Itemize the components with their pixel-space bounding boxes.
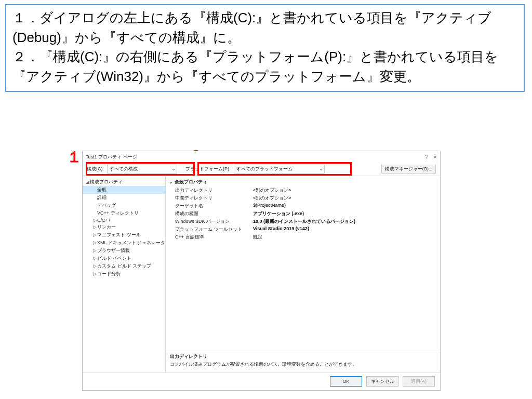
tree-item[interactable]: ◢構成プロパティ	[83, 178, 165, 186]
property-row[interactable]: 中間ディレクトリ<別のオプション>	[169, 194, 437, 202]
tree-item[interactable]: ▷リンカー	[83, 223, 165, 231]
dialog-title: Test1 プロパティ ページ	[86, 154, 137, 161]
property-pane: ⌄ 全般プロパティ 出力ディレクトリ<別のオプション>中間ディレクトリ<別のオプ…	[166, 176, 440, 373]
property-page-dialog: Test1 プロパティ ページ ? × 構成(C): すべての構成 プラットフォ…	[82, 151, 441, 391]
tree-item[interactable]: ▷ブラウザー情報	[83, 247, 165, 255]
help-body: コンパイル済みプログラムが配置される場所のパス。環境変数を含めることができます。	[170, 361, 436, 368]
tree-arrow-icon: ◢	[86, 179, 90, 184]
close-icon[interactable]: ×	[434, 154, 437, 160]
tree-item[interactable]: VC++ ディレクトリ	[83, 209, 165, 217]
property-key: 出力ディレクトリ	[175, 187, 253, 194]
property-help: 出力ディレクトリ コンパイル済みプログラムが配置される場所のパス。環境変数を含め…	[166, 351, 440, 373]
tree-pane: ◢構成プロパティ全般詳細デバッグVC++ ディレクトリ▷C/C++▷リンカー▷マ…	[83, 176, 166, 373]
property-key: 中間ディレクトリ	[175, 195, 253, 202]
tree-item-label: コード分析	[97, 271, 121, 276]
tree-item-label: 全般	[97, 187, 107, 192]
property-value: $(ProjectName)	[253, 203, 437, 209]
section-title: 全般プロパティ	[175, 179, 207, 184]
tree-item[interactable]: ▷ビルド イベント	[83, 255, 165, 262]
tree-arrow-icon: ▷	[93, 271, 97, 276]
property-key: プラットフォーム ツールセット	[175, 226, 253, 233]
tree-item-label: ブラウザー情報	[97, 248, 130, 253]
property-key: ターゲット名	[175, 203, 253, 209]
tree-item[interactable]: ▷XML ドキュメント ジェネレーター	[83, 239, 165, 247]
cancel-label: キャンセル	[371, 378, 394, 385]
property-row[interactable]: Windows SDK バージョン10.0 (最新のインストールされているバージ…	[169, 218, 437, 225]
dialog-body: ◢構成プロパティ全般詳細デバッグVC++ ディレクトリ▷C/C++▷リンカー▷マ…	[83, 176, 440, 373]
tree-item-label: XML ドキュメント ジェネレーター	[97, 240, 166, 245]
platform-combo[interactable]: すべてのプラットフォーム	[234, 165, 325, 174]
property-row[interactable]: プラットフォーム ツールセットVisual Studio 2019 (v142)	[169, 225, 437, 233]
property-row[interactable]: 構成の種類アプリケーション (.exe)	[169, 210, 437, 218]
cancel-button[interactable]: キャンセル	[366, 376, 398, 387]
property-key: 構成の種類	[175, 210, 253, 217]
apply-label: 適用(A)	[411, 378, 427, 385]
callout-1: １	[66, 147, 82, 168]
property-grid: ⌄ 全般プロパティ 出力ディレクトリ<別のオプション>中間ディレクトリ<別のオプ…	[166, 176, 440, 351]
dialog-titlebar: Test1 プロパティ ページ ? ×	[83, 151, 440, 163]
tree-item-label: VC++ ディレクトリ	[97, 210, 139, 216]
tree-item-label: リンカー	[97, 224, 116, 230]
ok-button[interactable]: OK	[330, 376, 362, 387]
apply-button[interactable]: 適用(A)	[403, 376, 435, 387]
help-title: 出力ディレクトリ	[170, 353, 436, 360]
tree-item[interactable]: 詳細	[83, 194, 165, 202]
platform-label: プラットフォーム(P):	[185, 166, 231, 172]
chevron-down-icon[interactable]: ⌄	[169, 179, 173, 184]
tree-item[interactable]: デバッグ	[83, 202, 165, 209]
tree-item-label: ビルド イベント	[97, 256, 131, 261]
configuration-row: 構成(C): すべての構成 プラットフォーム(P): すべてのプラットフォーム …	[83, 163, 440, 176]
property-value: <別のオプション>	[253, 195, 437, 202]
tree-arrow-icon: ▷	[93, 232, 97, 237]
tree-arrow-icon: ▷	[93, 218, 97, 223]
configuration-combo[interactable]: すべての構成	[107, 165, 177, 174]
tree-item-label: C/C++	[97, 218, 111, 223]
tree-item-label: 構成プロパティ	[90, 179, 123, 184]
instruction-line-2: ２．『構成(C):』の右側にある『プラットフォーム(P):』と書かれている項目を…	[12, 47, 517, 86]
dialog-footer: OK キャンセル 適用(A)	[83, 373, 440, 390]
property-value: 10.0 (最新のインストールされているバージョン)	[253, 218, 437, 225]
tree-item[interactable]: ▷コード分析	[83, 270, 165, 278]
tree-arrow-icon: ▷	[93, 240, 97, 245]
property-value: Visual Studio 2019 (v142)	[253, 226, 437, 233]
instruction-line-1: １．ダイアログの左上にある『構成(C):』と書かれている項目を『アクティブ(De…	[12, 8, 517, 47]
tree-arrow-icon: ▷	[93, 256, 97, 261]
instruction-panel: １．ダイアログの左上にある『構成(C):』と書かれている項目を『アクティブ(De…	[5, 4, 525, 92]
property-row[interactable]: ターゲット名$(ProjectName)	[169, 202, 437, 210]
ok-label: OK	[342, 379, 349, 384]
property-key: Windows SDK バージョン	[175, 218, 253, 225]
tree-item[interactable]: ▷C/C++	[83, 217, 165, 223]
tree-item[interactable]: 全般	[83, 186, 165, 194]
window-controls: ? ×	[425, 154, 437, 160]
help-icon[interactable]: ?	[425, 154, 428, 160]
tree-item[interactable]: ▷マニフェスト ツール	[83, 231, 165, 239]
config-manager-label: 構成マネージャー(O)...	[385, 166, 432, 172]
tree-arrow-icon: ▷	[93, 224, 97, 230]
property-value: 既定	[253, 234, 437, 241]
property-row[interactable]: C++ 言語標準既定	[169, 233, 437, 241]
tree-item-label: マニフェスト ツール	[97, 232, 141, 237]
tree-item-label: 詳細	[97, 195, 107, 200]
tree-item-label: デバッグ	[97, 203, 116, 208]
config-manager-button[interactable]: 構成マネージャー(O)...	[381, 165, 436, 174]
tree-item-label: カスタム ビルド ステップ	[97, 263, 151, 269]
configuration-value: すべての構成	[110, 166, 138, 172]
platform-value: すべてのプラットフォーム	[236, 166, 292, 172]
property-section: ⌄ 全般プロパティ	[169, 178, 437, 187]
tree-arrow-icon: ▷	[93, 248, 97, 253]
property-value: アプリケーション (.exe)	[253, 210, 437, 217]
property-row[interactable]: 出力ディレクトリ<別のオプション>	[169, 187, 437, 194]
configuration-label: 構成(C):	[87, 166, 104, 172]
property-key: C++ 言語標準	[175, 234, 253, 241]
property-value: <別のオプション>	[253, 187, 437, 194]
tree-item[interactable]: ▷カスタム ビルド ステップ	[83, 262, 165, 270]
tree-arrow-icon: ▷	[93, 263, 97, 269]
